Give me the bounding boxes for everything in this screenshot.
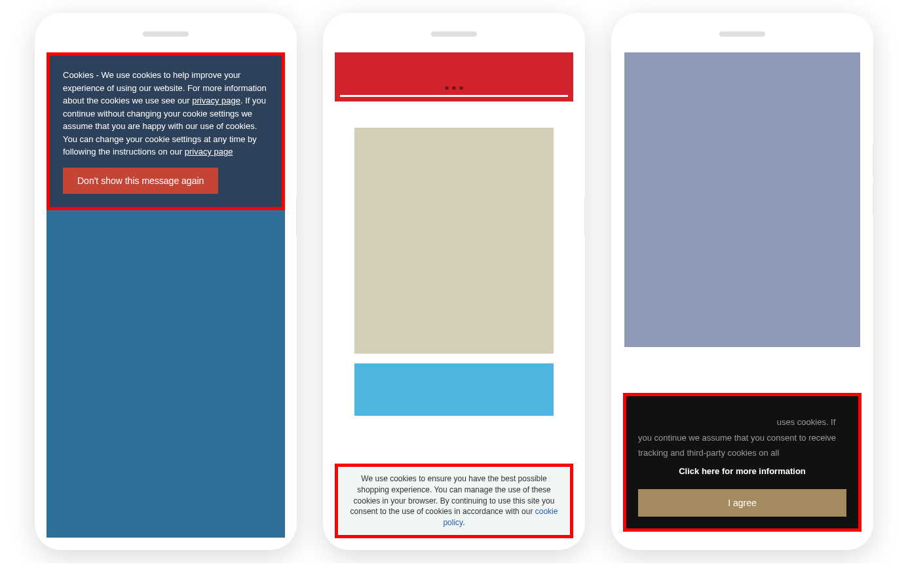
page-header-placeholder (335, 52, 573, 101)
carousel-dot[interactable] (453, 86, 456, 90)
phone-speaker (143, 31, 189, 37)
phone-mockup-2: We use cookies to ensure you have the be… (323, 13, 585, 550)
content-placeholder (354, 363, 554, 416)
carousel-dots (445, 86, 463, 90)
carousel-dot[interactable] (445, 86, 449, 90)
phone-speaker (719, 31, 765, 37)
scrollbar-indicator (856, 268, 860, 295)
phone-screen-3: XXXXXXXXXXXXXXXXXXXXXXXX uses cookies. I… (623, 52, 861, 538)
phone-mockup-3: XXXXXXXXXXXXXXXXXXXXXXXX uses cookies. I… (611, 13, 873, 550)
cookie-text-period: . (463, 518, 464, 527)
content-placeholder (354, 128, 554, 354)
phone-side-button (873, 183, 873, 216)
dismiss-button[interactable]: Don't show this message again (63, 168, 218, 194)
privacy-page-link[interactable]: privacy page (185, 147, 233, 156)
page-body-placeholder (624, 52, 860, 347)
phone-side-button (584, 196, 585, 236)
highlight-annotation: We use cookies to ensure you have the be… (335, 464, 573, 538)
phone-side-button (296, 196, 297, 236)
phone-mockup-1: Cookies - We use cookies to help improve… (35, 13, 297, 550)
highlight-annotation: XXXXXXXXXXXXXXXXXXXXXXXX uses cookies. I… (623, 393, 861, 532)
phone-speaker (431, 31, 477, 37)
cookie-banner: We use cookies to ensure you have the be… (338, 467, 570, 535)
header-divider (340, 95, 568, 98)
cookie-text: uses cookies. If you continue we assume … (638, 417, 836, 458)
more-info-link[interactable]: Click here for more information (638, 464, 846, 479)
phone-screen-2: We use cookies to ensure you have the be… (335, 52, 573, 538)
privacy-page-link[interactable]: privacy page (192, 96, 240, 105)
phone-screen-1: Cookies - We use cookies to help improve… (47, 52, 285, 538)
cookie-banner: Cookies - We use cookies to help improve… (50, 56, 282, 207)
phone-side-button (873, 144, 873, 177)
carousel-dot[interactable] (460, 86, 463, 90)
page-body-placeholder (47, 210, 285, 538)
cookie-banner: XXXXXXXXXXXXXXXXXXXXXXXX uses cookies. I… (626, 396, 858, 528)
highlight-annotation: Cookies - We use cookies to help improve… (47, 52, 285, 210)
agree-button[interactable]: I agree (638, 489, 846, 517)
cookie-text: We use cookies to ensure you have the be… (350, 474, 555, 516)
